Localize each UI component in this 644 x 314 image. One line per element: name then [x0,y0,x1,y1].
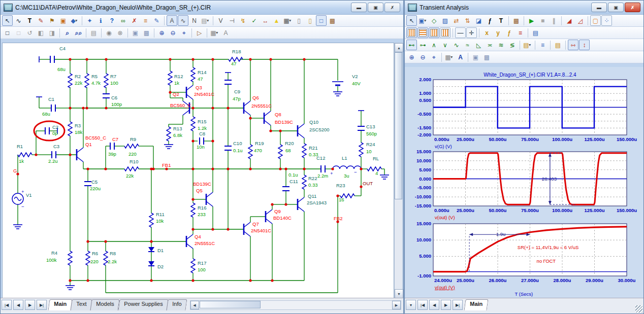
transform-tool[interactable]: □ [2,27,13,38]
tab-text[interactable]: Text [71,299,92,310]
zoom-100-icon[interactable]: ⌖ [429,52,439,62]
copy-grey-icon[interactable]: ▤▼ [200,15,211,26]
scroll-up-icon[interactable]: ▲ [395,43,403,52]
graphics-dropdown[interactable]: ▣▼ [417,15,428,26]
font-icon[interactable]: A [220,27,231,38]
send-back-icon[interactable]: ▩ [141,27,152,38]
plot-area[interactable]: 2.0001.0000.500-0.500-1.500-2.0000.000u2… [405,67,643,299]
zoom-100-icon[interactable]: ⌖ [179,27,189,38]
prev-point-icon[interactable]: ⊶ [417,40,428,50]
prev-page-button[interactable]: ◀ [13,300,23,310]
fx-scale-icon[interactable]: ƒ [485,15,495,26]
data-points-icon[interactable]: ⁘ [601,15,612,26]
cascade-icon[interactable]: ▣ [470,52,481,62]
last-page-button[interactable]: ▶| [37,300,47,310]
slope-down-icon[interactable]: ◿ [575,15,586,26]
tab-main[interactable]: Main [48,299,72,310]
schematic-drawing[interactable]: C468uR222kR54.7kR7100C6100pC168uC20pR318… [3,43,394,299]
node-number-toggle[interactable]: ∿ [178,15,188,26]
edit-plot-icon[interactable]: ▤ [530,27,541,38]
y-search-icon[interactable]: y [493,27,503,38]
hscroll-thumb[interactable] [200,301,261,308]
select-region-tool[interactable]: □ [316,15,327,26]
envelope-icon[interactable]: ≋ [496,40,506,50]
clipboard-icon[interactable]: ▤▼ [522,40,533,50]
find-next-icon[interactable]: ⌕⌕ [73,27,84,38]
dropdown-arrow-icon[interactable]: ▼ [288,19,292,22]
charts-drawing[interactable]: 2.0001.0000.500-0.500-1.500-2.0000.000u2… [405,67,643,299]
last-page-button[interactable]: ▶| [453,300,463,310]
rotate-icon[interactable]: ↺ [24,27,35,38]
minimize-button[interactable]: ▬ [351,3,367,12]
power-toggle[interactable]: ↯ [238,15,248,26]
cursor-mode-icon[interactable]: ✛ [466,27,477,38]
zoom-out-icon[interactable]: ⊖ [417,52,428,62]
dropdown-arrow-icon[interactable]: ▼ [450,55,454,59]
dropdown-arrow-icon[interactable]: ▼ [424,19,427,22]
next-page-button[interactable]: ▶ [25,300,35,310]
stop-button[interactable]: ■ [537,15,548,26]
select-tool[interactable]: ↖ [2,15,13,26]
plot-group-3[interactable] [429,27,439,38]
current-toggle[interactable]: ⊣ [227,15,237,26]
box-tool[interactable]: □ [13,27,24,38]
scroll-left-icon[interactable]: ◀ [190,301,199,309]
flag-mode-icon[interactable]: ⚑ [47,15,57,26]
border-toggle[interactable]: ▯ [294,15,304,26]
pause-button[interactable]: ∥ [549,15,559,26]
step-icon[interactable]: ◉ [104,27,114,38]
axis-expression-label[interactable]: v(out) (V) [435,215,455,220]
tile-icon[interactable]: ▩ [481,52,492,62]
design-note-icon[interactable]: ✎ [151,15,162,26]
component-mode-icon[interactable]: ▣ [58,15,69,26]
find-icon[interactable]: ⌕ [62,27,73,38]
first-page-button[interactable]: |◀ [417,300,428,310]
wire-mode-icon[interactable]: ∿ [13,15,24,26]
scale-y-icon[interactable]: ⇅ [462,15,473,26]
prev-page-button[interactable]: ◀ [429,300,439,310]
run-button[interactable]: ▶ [526,15,537,26]
properties-icon[interactable]: ▩ [511,15,522,26]
x-axis-limits-icon[interactable]: ⇿ [568,40,578,50]
zap-icon[interactable]: ✦ [84,15,95,26]
link-icon[interactable]: ∞ [118,15,128,26]
model-check-icon[interactable]: ✗ [129,15,140,26]
numeric-output-icon[interactable]: ≡ [537,40,548,50]
zoom-in-icon[interactable]: ⊕ [156,27,167,38]
help-icon[interactable]: ? [107,15,117,26]
plot-group-4[interactable] [440,27,450,38]
plot-group-1[interactable] [406,27,417,38]
branch-search-icon[interactable]: ≡ [515,27,526,38]
text-mode-icon[interactable]: T [24,15,35,26]
close-button[interactable]: ✗ [625,3,640,12]
voltage-probe-toggle[interactable]: V [215,15,226,26]
zoom-in-icon[interactable]: ⊕ [406,52,417,62]
graphics-mode-icon[interactable]: ✎ [36,15,46,26]
peak-icon[interactable]: ∧ [429,40,439,50]
scroll-down-icon[interactable]: ▼ [395,289,403,298]
left-titlebar[interactable]: C:\MC11\DATA\Petrov\White_Dragon_Neulo\W… [1,1,403,15]
page-icon[interactable]: ▷ [194,27,205,38]
close-button[interactable]: ✗ [384,3,400,12]
slope-up-icon[interactable]: ◢ [564,15,574,26]
text-tool[interactable]: T [496,15,506,26]
crossing-icon[interactable]: ≍ [485,40,495,50]
pin-span-toggle[interactable]: ↔ [260,15,271,26]
resize-grip[interactable] [635,305,642,312]
dropdown-arrow-icon[interactable]: ▼ [215,31,219,34]
schematic-hscrollbar[interactable]: ◀ ▶ [190,300,401,310]
valley-icon[interactable]: ∨ [440,40,450,50]
find-part-icon[interactable]: ◆▼ [69,15,80,26]
limits-icon[interactable]: ◇ [429,15,439,26]
tab-power-supplies[interactable]: Power Supplies [118,299,169,310]
info-page-icon[interactable]: ▤ [88,27,99,38]
low-icon[interactable]: ≈ [462,40,473,50]
tab-list-dropdown[interactable]: ▾ [406,300,416,310]
axis-expression-label[interactable]: v(G) (V) [435,144,452,149]
plot-group-2[interactable] [417,27,428,38]
family-icon[interactable]: ≶ [507,40,518,50]
select-tool[interactable]: ↖ [406,15,417,26]
select-box-icon[interactable]: ▢ [590,15,601,26]
restore-button[interactable]: ▣ [608,3,624,12]
attribute-text-toggle[interactable]: A [167,15,177,26]
